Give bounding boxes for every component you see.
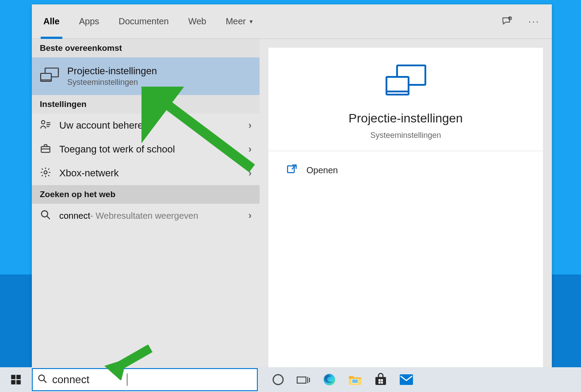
result-title: Projectie-instellingen [67, 65, 157, 77]
chevron-down-icon: ▼ [248, 19, 254, 25]
task-view-icon[interactable] [296, 372, 312, 388]
mail-icon[interactable] [398, 372, 414, 388]
result-subtitle: Systeeminstellingen [67, 78, 157, 87]
svg-rect-29 [375, 377, 386, 385]
result-label: Toegang tot werk of school [59, 144, 175, 155]
svg-rect-31 [381, 379, 383, 381]
result-projection-settings[interactable]: Projectie-instellingen Systeeminstelling… [32, 57, 260, 95]
svg-rect-24 [297, 377, 306, 383]
search-scope-tabs: Alle Apps Documenten Web Meer ▼ ··· [32, 4, 552, 39]
svg-point-11 [42, 211, 48, 217]
search-results-panel: Alle Apps Documenten Web Meer ▼ ··· Best [32, 4, 552, 391]
project-icon [40, 67, 59, 86]
svg-rect-34 [400, 374, 413, 385]
chevron-right-icon: › [248, 210, 252, 221]
section-settings: Instellingen [32, 95, 260, 114]
search-icon [40, 209, 51, 222]
chevron-right-icon: › [248, 144, 252, 155]
web-suffix: - Webresultaten weergeven [90, 211, 198, 221]
cortana-icon[interactable] [270, 372, 286, 388]
svg-point-23 [273, 375, 283, 385]
search-icon [37, 373, 48, 386]
preview-title: Projectie-instellingen [348, 111, 463, 126]
result-xbox-network[interactable]: Xbox-netwerk › [32, 161, 260, 185]
tab-web[interactable]: Web [186, 4, 209, 38]
svg-rect-32 [378, 382, 381, 384]
svg-line-12 [47, 216, 50, 219]
tab-more[interactable]: Meer ▼ [223, 4, 256, 38]
store-icon[interactable] [373, 372, 389, 388]
web-term: connect [59, 211, 90, 221]
text-cursor [127, 373, 127, 386]
svg-rect-28 [352, 379, 358, 383]
result-preview-pane: Projectie-instellingen Systeeminstelling… [260, 39, 552, 391]
tab-documents[interactable]: Documenten [116, 4, 171, 38]
section-best-match: Beste overeenkomst [32, 39, 260, 57]
open-label: Openen [306, 165, 338, 175]
open-action[interactable]: Openen [268, 151, 543, 190]
preview-subtitle: Systeeminstellingen [370, 131, 441, 140]
result-label: Uw account beheren [59, 120, 149, 131]
briefcase-icon [40, 143, 51, 156]
svg-rect-33 [381, 382, 383, 384]
result-label: Xbox-netwerk [59, 167, 119, 179]
chevron-right-icon: › [248, 120, 252, 131]
svg-point-10 [44, 171, 47, 174]
result-web-connect[interactable]: connect - Webresultaten weergeven › [32, 204, 260, 228]
svg-point-21 [39, 375, 45, 381]
feedback-icon[interactable] [500, 15, 514, 29]
open-icon [286, 164, 298, 177]
chevron-right-icon: › [248, 167, 252, 179]
edge-icon[interactable] [321, 372, 337, 388]
project-icon-large [385, 64, 427, 100]
svg-line-22 [44, 380, 46, 383]
tab-more-label: Meer [226, 16, 246, 27]
search-input[interactable] [52, 373, 252, 386]
taskbar [0, 367, 581, 392]
svg-rect-30 [378, 379, 381, 381]
tab-all[interactable]: Alle [41, 4, 62, 38]
taskbar-search-box[interactable] [32, 368, 258, 391]
svg-rect-8 [41, 147, 50, 152]
svg-point-4 [42, 121, 45, 124]
file-explorer-icon[interactable] [347, 372, 363, 388]
gear-icon [40, 167, 51, 180]
svg-rect-17 [11, 375, 15, 379]
tab-apps[interactable]: Apps [76, 4, 102, 38]
svg-rect-16 [287, 166, 294, 172]
svg-rect-19 [11, 380, 15, 384]
account-icon [40, 119, 51, 132]
result-work-school[interactable]: Toegang tot werk of school › [32, 137, 260, 161]
result-manage-account[interactable]: Uw account beheren › [32, 114, 260, 137]
start-button[interactable] [0, 367, 32, 392]
svg-rect-18 [16, 375, 21, 379]
svg-rect-20 [16, 380, 21, 384]
results-list: Beste overeenkomst Projectie-instellinge… [32, 39, 260, 391]
section-web-search: Zoeken op het web [32, 185, 260, 204]
more-options-icon[interactable]: ··· [527, 15, 541, 29]
